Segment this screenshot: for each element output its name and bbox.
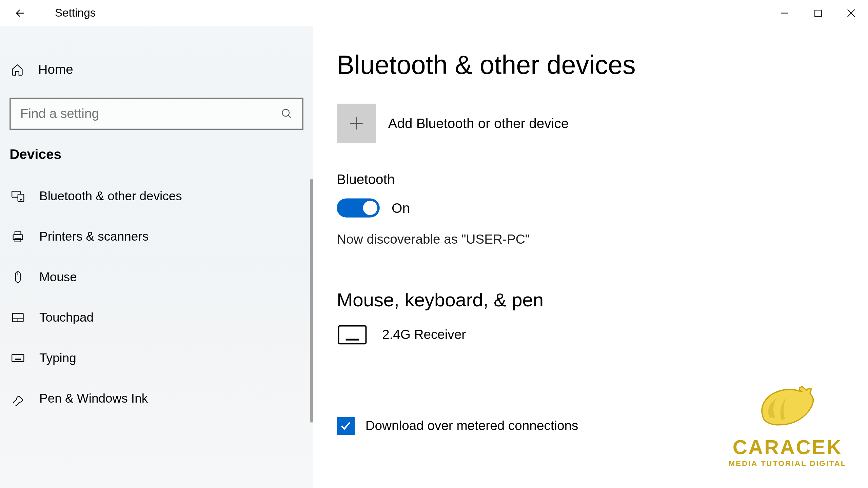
maximize-icon <box>814 9 822 17</box>
sidebar-item-touchpad[interactable]: Touchpad <box>0 297 313 338</box>
sidebar-item-label: Pen & Windows Ink <box>39 391 148 406</box>
window-title: Settings <box>55 6 96 20</box>
close-button[interactable] <box>834 0 868 26</box>
add-device-label: Add Bluetooth or other device <box>388 115 569 131</box>
checkmark-icon <box>340 420 352 432</box>
watermark-title: CARACEK <box>728 435 846 459</box>
sidebar-section-title: Devices <box>0 146 313 176</box>
device-name: 2.4G Receiver <box>382 327 466 343</box>
printer-icon <box>11 229 25 244</box>
sidebar-item-label: Mouse <box>39 270 77 284</box>
add-icon-box <box>337 104 376 143</box>
metered-label: Download over metered connections <box>366 418 578 434</box>
devices-icon <box>11 189 25 203</box>
svg-rect-10 <box>15 232 21 235</box>
pen-icon <box>11 391 25 406</box>
device-item[interactable]: 2.4G Receiver <box>337 324 868 345</box>
sidebar-home-label: Home <box>38 62 73 78</box>
arrow-left-icon <box>14 6 27 20</box>
sidebar-item-label: Typing <box>39 351 76 365</box>
svg-rect-25 <box>339 326 366 344</box>
sidebar-item-bluetooth[interactable]: Bluetooth & other devices <box>0 176 313 217</box>
main-content: Bluetooth & other devices Add Bluetooth … <box>313 26 868 488</box>
bluetooth-toggle-state: On <box>392 200 410 216</box>
sidebar-home[interactable]: Home <box>0 56 313 83</box>
maximize-button[interactable] <box>801 0 834 26</box>
sidebar-item-label: Printers & scanners <box>39 229 149 244</box>
search-icon <box>281 108 293 120</box>
sidebar-item-pen[interactable]: Pen & Windows Ink <box>0 378 313 419</box>
bluetooth-label: Bluetooth <box>337 171 868 187</box>
sidebar-item-mouse[interactable]: Mouse <box>0 257 313 298</box>
svg-rect-11 <box>15 238 21 242</box>
back-button[interactable] <box>7 0 33 26</box>
svg-point-4 <box>282 109 289 117</box>
search-box[interactable] <box>9 98 303 130</box>
add-device-button[interactable]: Add Bluetooth or other device <box>337 104 868 143</box>
discoverable-text: Now discoverable as "USER-PC" <box>337 232 868 247</box>
plus-icon <box>348 115 365 131</box>
sidebar-item-printers[interactable]: Printers & scanners <box>0 216 313 257</box>
keyboard-icon <box>11 351 25 365</box>
svg-point-8 <box>20 199 21 200</box>
sidebar-item-label: Bluetooth & other devices <box>39 189 182 203</box>
mouse-icon <box>11 270 25 284</box>
metered-checkbox[interactable] <box>337 417 355 435</box>
svg-line-5 <box>288 115 291 118</box>
search-input[interactable] <box>20 106 281 122</box>
touchpad-icon <box>11 310 25 325</box>
sidebar-nav: Bluetooth & other devices Printers & sca… <box>0 176 313 419</box>
sidebar-item-typing[interactable]: Typing <box>0 338 313 379</box>
svg-rect-1 <box>814 10 821 16</box>
window-controls <box>768 0 868 26</box>
titlebar: Settings <box>0 0 868 26</box>
keyboard-device-icon <box>337 324 368 345</box>
page-heading: Bluetooth & other devices <box>337 50 868 80</box>
watermark-subtitle: MEDIA TUTORIAL DIGITAL <box>728 459 846 468</box>
bluetooth-toggle[interactable] <box>337 198 380 217</box>
svg-rect-17 <box>12 354 24 362</box>
toggle-knob <box>363 201 377 215</box>
metered-row: Download over metered connections <box>337 417 868 435</box>
home-icon <box>11 63 24 76</box>
sidebar-item-label: Touchpad <box>39 310 94 325</box>
section-mouse-heading: Mouse, keyboard, & pen <box>337 289 868 311</box>
minimize-button[interactable] <box>768 0 801 26</box>
close-icon <box>847 9 855 17</box>
minimize-icon <box>780 9 789 17</box>
sidebar: Home Devices Bluetooth & other devices <box>0 26 313 488</box>
